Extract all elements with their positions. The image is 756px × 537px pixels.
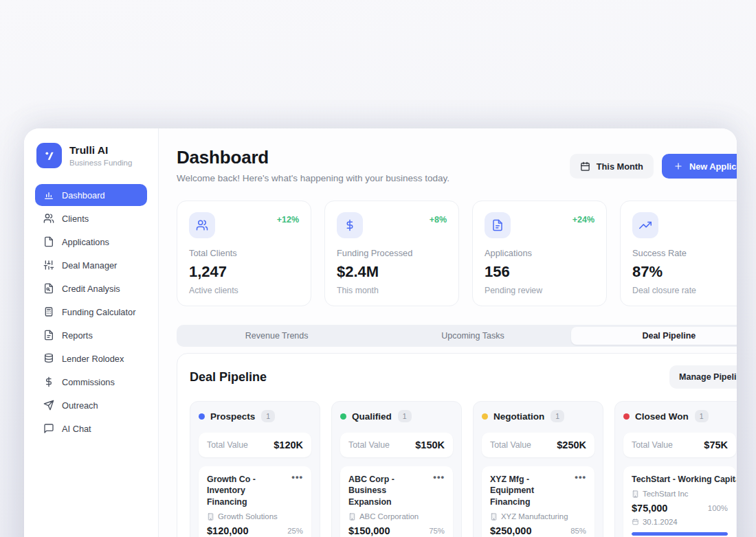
stat-label: Applications (485, 248, 594, 258)
sidebar-item-lender-rolodex[interactable]: Lender Rolodex (35, 347, 147, 369)
status-dot (623, 413, 630, 420)
deal-card[interactable]: TechStart - Working Capital ••• TechStar… (623, 466, 736, 537)
company-icon (207, 513, 214, 521)
stat-delta: +8% (430, 215, 447, 225)
deal-company: Growth Solutions (207, 512, 303, 521)
sidebar-item-label: Outreach (62, 400, 98, 411)
sidebar-item-label: Lender Rolodex (62, 354, 124, 364)
pipeline-columns: Prospects 1 Total Value $120K Growth Co … (190, 401, 737, 537)
users-icon (43, 213, 54, 224)
calendar-icon (632, 518, 639, 525)
sidebar-item-reports[interactable]: Reports (35, 324, 147, 346)
total-value-card: Total Value $150K (340, 433, 453, 457)
calculator-icon (43, 306, 54, 317)
sidebar-item-label: Applications (62, 237, 109, 247)
deal-amount: $150,000 (348, 525, 390, 536)
app-tagline: Business Funding (69, 159, 132, 167)
column-name: Qualified (352, 411, 392, 422)
sidebar-item-commissions[interactable]: Commissions (35, 371, 147, 393)
stat-delta: +24% (572, 215, 594, 225)
send-icon (43, 400, 54, 411)
dollar-icon (337, 212, 363, 238)
plus-icon (674, 161, 683, 171)
brand: Trulli AI Business Funding (35, 143, 147, 168)
stat-value: 156 (485, 263, 594, 281)
stats-row: +12% Total Clients 1,247 Active clients … (177, 201, 737, 306)
sidebar-item-label: Clients (62, 214, 89, 224)
status-dot (340, 413, 346, 420)
stat-value: 87% (632, 263, 737, 281)
sidebar-item-credit-analysis[interactable]: Credit Analysis (35, 277, 147, 299)
manage-pipeline-button[interactable]: Manage Pipeline (669, 365, 737, 389)
sidebar-item-deal-manager[interactable]: Deal Manager (35, 254, 147, 276)
sidebar-item-ai-chat[interactable]: AI Chat (35, 418, 147, 439)
chat-icon (43, 423, 54, 434)
sidebar-item-clients[interactable]: Clients (35, 207, 147, 229)
sidebar-item-label: Commissions (62, 377, 115, 387)
sidebar-item-applications[interactable]: Applications (35, 231, 147, 253)
app-logo-icon (36, 143, 62, 168)
deal-percent: 100% (708, 504, 728, 512)
stat-label: Success Rate (632, 248, 737, 258)
file-search-icon (43, 283, 54, 294)
sidebar-item-label: AI Chat (62, 424, 91, 434)
section-tabs: Revenue Trends Upcoming Tasks Deal Pipel… (177, 325, 737, 347)
more-options-icon[interactable]: ••• (575, 474, 586, 481)
deal-title: ABC Corp - Business Expansion (348, 474, 429, 507)
sidebar-nav: Dashboard Clients Applications Deal Mana… (35, 184, 147, 439)
status-dot (482, 413, 488, 420)
deal-card[interactable]: Growth Co - Inventory Financing ••• Grow… (199, 466, 311, 537)
sidebar-item-label: Dashboard (62, 190, 105, 201)
deal-amount: $75,000 (632, 503, 667, 514)
column-count-badge: 1 (695, 410, 709, 422)
stat-caption: Deal closure rate (632, 286, 737, 295)
deal-pipeline-panel: Deal Pipeline Manage Pipeline Prospects … (177, 353, 737, 537)
pipeline-column-negotiation: Negotiation 1 Total Value $250K XYZ Mfg … (473, 401, 603, 537)
total-value-card: Total Value $250K (482, 433, 594, 457)
sidebar-item-label: Funding Calculator (62, 307, 135, 317)
page-subtitle: Welcome back! Here's what's happening wi… (177, 173, 449, 183)
sidebar-item-funding-calculator[interactable]: Funding Calculator (35, 301, 147, 323)
deal-title: XYZ Mfg - Equipment Financing (490, 474, 570, 507)
column-name: Closed Won (635, 411, 689, 422)
stat-caption: This month (337, 286, 447, 295)
stat-card-success-rate: Success Rate 87% Deal closure rate (620, 201, 737, 306)
deal-card[interactable]: XYZ Mfg - Equipment Financing ••• XYZ Ma… (482, 466, 594, 537)
new-application-button[interactable]: New Application (662, 154, 737, 179)
deal-percent: 75% (429, 527, 445, 535)
app-window: Trulli AI Business Funding Dashboard Cli… (24, 128, 737, 537)
stat-delta: +12% (277, 215, 299, 225)
sidebar-item-outreach[interactable]: Outreach (35, 394, 147, 416)
total-value-card: Total Value $75K (623, 433, 736, 457)
stat-card-funding-processed: +8% Funding Processed $2.4M This month (324, 201, 459, 306)
company-icon (490, 513, 498, 521)
stat-value: $2.4M (337, 263, 447, 281)
stat-card-total-clients: +12% Total Clients 1,247 Active clients (177, 201, 311, 306)
sidebar-item-dashboard[interactable]: Dashboard (35, 184, 147, 206)
tab-deal-pipeline[interactable]: Deal Pipeline (571, 327, 737, 345)
dollar-icon (43, 376, 54, 387)
column-name: Negotiation (493, 411, 544, 422)
deal-percent: 85% (570, 527, 586, 535)
tab-revenue-trends[interactable]: Revenue Trends (179, 327, 375, 345)
deal-date: 30.1.2024 (632, 518, 728, 526)
users-icon (189, 212, 215, 238)
company-icon (632, 490, 639, 498)
deal-amount: $120,000 (207, 525, 248, 536)
sidebar-item-label: Reports (62, 330, 93, 341)
more-options-icon[interactable]: ••• (291, 474, 303, 481)
sidebar: Trulli AI Business Funding Dashboard Cli… (24, 128, 159, 537)
deal-card[interactable]: ABC Corp - Business Expansion ••• ABC Co… (340, 466, 453, 537)
pipeline-column-closed-won: Closed Won 1 Total Value $75K TechStart … (614, 401, 737, 537)
column-count-badge: 1 (551, 410, 564, 422)
deal-title: Growth Co - Inventory Financing (207, 474, 287, 507)
tab-upcoming-tasks[interactable]: Upcoming Tasks (375, 327, 570, 345)
page-title: Dashboard (177, 147, 449, 168)
period-button[interactable]: This Month (570, 154, 654, 179)
stat-value: 1,247 (189, 263, 299, 281)
more-options-icon[interactable]: ••• (433, 474, 445, 481)
stat-label: Funding Processed (337, 248, 447, 258)
stat-caption: Pending review (485, 286, 594, 295)
deal-percent: 25% (287, 527, 303, 535)
column-name: Prospects (210, 411, 255, 422)
